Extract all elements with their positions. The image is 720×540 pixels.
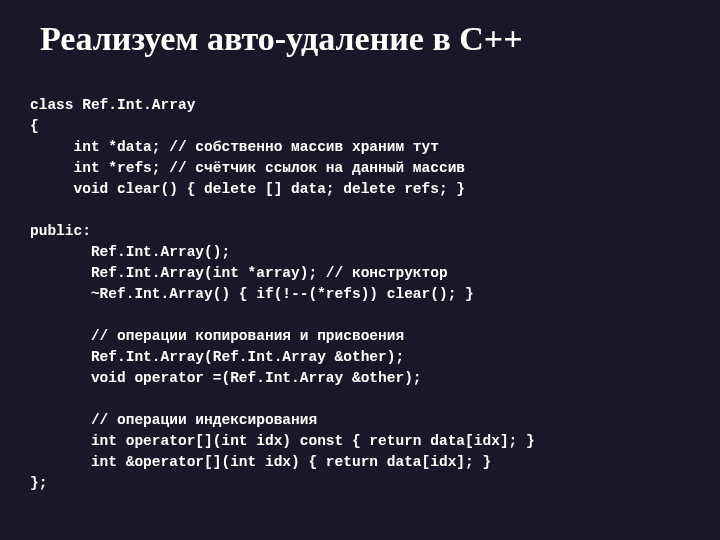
code-block: class Ref.Int.Array { int *data; // собс…	[30, 74, 690, 494]
code-line: ~Ref.Int.Array() { if(!--(*refs)) clear(…	[30, 286, 474, 302]
code-line: Ref.Int.Array(int *array); // конструкто…	[30, 265, 448, 281]
code-line: public:	[30, 223, 91, 239]
code-line: Ref.Int.Array(Ref.Int.Array &other);	[30, 349, 404, 365]
code-line: int *refs; // счётчик ссылок на данный м…	[30, 160, 465, 176]
code-line: };	[30, 475, 47, 491]
code-line: void clear() { delete [] data; delete re…	[30, 181, 465, 197]
code-line: int *data; // собственно массив храним т…	[30, 139, 439, 155]
code-line: // операции копирования и присвоения	[30, 328, 404, 344]
code-line: {	[30, 118, 39, 134]
code-line: void operator =(Ref.Int.Array &other);	[30, 370, 422, 386]
code-line: Ref.Int.Array();	[30, 244, 230, 260]
code-line: int operator[](int idx) const { return d…	[30, 433, 535, 449]
slide-title: Реализуем авто-удаление в C++	[40, 20, 690, 58]
code-line: // операции индексирования	[30, 412, 317, 428]
code-line: int &operator[](int idx) { return data[i…	[30, 454, 491, 470]
code-line: class Ref.Int.Array	[30, 97, 195, 113]
